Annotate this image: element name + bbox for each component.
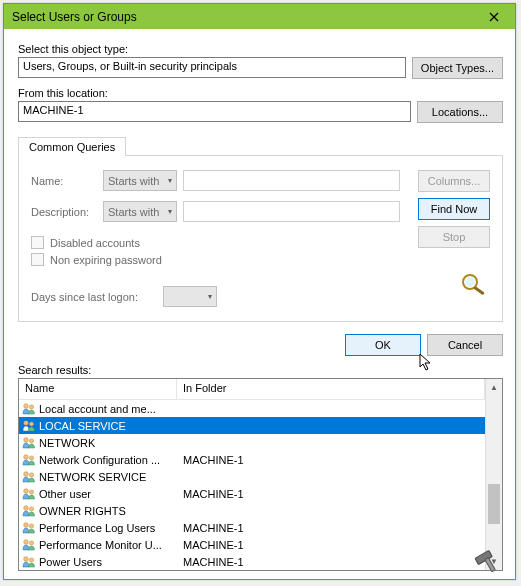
common-queries-panel: Name: Starts with▾ Description: Starts w… — [18, 155, 503, 322]
svg-point-9 — [24, 454, 29, 459]
principal-icon — [21, 418, 37, 434]
result-row[interactable]: Network Configuration ... MACHINE-1 — [19, 451, 485, 468]
stop-button[interactable]: Stop — [418, 226, 490, 248]
name-filter-label: Name: — [31, 175, 97, 187]
svg-point-19 — [24, 539, 29, 544]
close-icon — [489, 12, 499, 22]
principal-icon — [21, 537, 37, 553]
find-now-button[interactable]: Find Now — [418, 198, 490, 220]
svg-point-13 — [24, 488, 29, 493]
principal-icon — [21, 503, 37, 519]
ok-button[interactable]: OK — [345, 334, 421, 356]
principal-icon — [21, 520, 37, 536]
svg-point-5 — [24, 420, 29, 425]
result-row[interactable]: OWNER RIGHTS — [19, 502, 485, 519]
result-name: OWNER RIGHTS — [39, 505, 179, 517]
result-row[interactable]: Power Users MACHINE-1 — [19, 553, 485, 570]
chevron-down-icon: ▾ — [168, 176, 172, 185]
search-icon — [460, 272, 490, 299]
svg-point-16 — [29, 506, 33, 510]
svg-point-12 — [29, 472, 33, 476]
result-name: Performance Monitor U... — [39, 539, 179, 551]
result-name: Local account and me... — [39, 403, 179, 415]
location-field[interactable]: MACHINE-1 — [18, 101, 411, 122]
object-type-field[interactable]: Users, Groups, or Built-in security prin… — [18, 57, 406, 78]
scroll-up-icon[interactable]: ▲ — [486, 379, 502, 396]
result-row[interactable]: Local account and me... — [19, 400, 485, 417]
result-name: Network Configuration ... — [39, 454, 179, 466]
dialog-content: Select this object type: Users, Groups, … — [4, 29, 515, 579]
object-types-button[interactable]: Object Types... — [412, 57, 503, 79]
result-name: NETWORK — [39, 437, 179, 449]
principal-icon — [21, 554, 37, 570]
desc-filter-input[interactable] — [183, 201, 400, 222]
result-folder: MACHINE-1 — [179, 522, 485, 534]
chevron-down-icon: ▾ — [168, 207, 172, 216]
search-results-label: Search results: — [18, 364, 503, 376]
result-name: LOCAL SERVICE — [39, 420, 179, 432]
svg-point-10 — [29, 455, 33, 459]
result-row[interactable]: NETWORK — [19, 434, 485, 451]
svg-point-6 — [29, 421, 33, 425]
results-scrollbar[interactable]: ▲ ▼ — [485, 379, 502, 570]
cancel-button[interactable]: Cancel — [427, 334, 503, 356]
tab-common-queries[interactable]: Common Queries — [18, 137, 126, 156]
principal-icon — [21, 435, 37, 451]
svg-rect-2 — [473, 286, 485, 295]
svg-point-4 — [29, 404, 33, 408]
close-button[interactable] — [475, 5, 513, 29]
svg-point-14 — [29, 489, 33, 493]
days-since-label: Days since last logon: — [31, 291, 157, 303]
result-name: Power Users — [39, 556, 179, 568]
result-row[interactable]: NETWORK SERVICE — [19, 468, 485, 485]
result-row[interactable]: Performance Log Users MACHINE-1 — [19, 519, 485, 536]
scroll-thumb[interactable] — [488, 484, 500, 524]
locations-button[interactable]: Locations... — [417, 101, 503, 123]
days-since-combo[interactable]: ▾ — [163, 286, 217, 307]
non-expiring-checkbox[interactable] — [31, 253, 44, 266]
svg-point-22 — [29, 557, 33, 561]
dialog-window: Select Users or Groups Select this objec… — [3, 3, 516, 580]
tab-container: Common Queries Name: Starts with▾ Descri… — [18, 137, 503, 322]
scroll-down-icon[interactable]: ▼ — [486, 553, 502, 570]
principal-icon — [21, 401, 37, 417]
result-row[interactable]: LOCAL SERVICE — [19, 417, 485, 434]
svg-point-15 — [24, 505, 29, 510]
result-row[interactable]: Other user MACHINE-1 — [19, 485, 485, 502]
chevron-down-icon: ▾ — [208, 292, 212, 301]
result-folder: MACHINE-1 — [179, 488, 485, 500]
result-folder: MACHINE-1 — [179, 454, 485, 466]
svg-point-3 — [24, 403, 29, 408]
svg-point-21 — [24, 556, 29, 561]
principal-icon — [21, 452, 37, 468]
svg-point-1 — [465, 277, 475, 287]
svg-point-11 — [24, 471, 29, 476]
column-in-folder[interactable]: In Folder — [177, 379, 485, 399]
object-type-label: Select this object type: — [18, 43, 503, 55]
disabled-accounts-label: Disabled accounts — [50, 237, 140, 249]
principal-icon — [21, 469, 37, 485]
columns-button[interactable]: Columns... — [418, 170, 490, 192]
window-title: Select Users or Groups — [12, 10, 475, 24]
name-match-combo[interactable]: Starts with▾ — [103, 170, 177, 191]
disabled-accounts-checkbox[interactable] — [31, 236, 44, 249]
svg-point-8 — [29, 438, 33, 442]
principal-icon — [21, 486, 37, 502]
name-filter-input[interactable] — [183, 170, 400, 191]
result-name: Other user — [39, 488, 179, 500]
column-name[interactable]: Name — [19, 379, 177, 399]
non-expiring-label: Non expiring password — [50, 254, 162, 266]
result-folder: MACHINE-1 — [179, 556, 485, 568]
desc-filter-label: Description: — [31, 206, 97, 218]
results-list: Name In Folder Local account and me... L… — [18, 378, 503, 571]
svg-point-20 — [29, 540, 33, 544]
svg-point-17 — [24, 522, 29, 527]
result-name: NETWORK SERVICE — [39, 471, 179, 483]
result-folder: MACHINE-1 — [179, 539, 485, 551]
desc-match-combo[interactable]: Starts with▾ — [103, 201, 177, 222]
titlebar[interactable]: Select Users or Groups — [4, 4, 515, 29]
result-row[interactable]: Performance Monitor U... MACHINE-1 — [19, 536, 485, 553]
svg-point-7 — [24, 437, 29, 442]
svg-point-18 — [29, 523, 33, 527]
column-headers: Name In Folder — [19, 379, 485, 400]
